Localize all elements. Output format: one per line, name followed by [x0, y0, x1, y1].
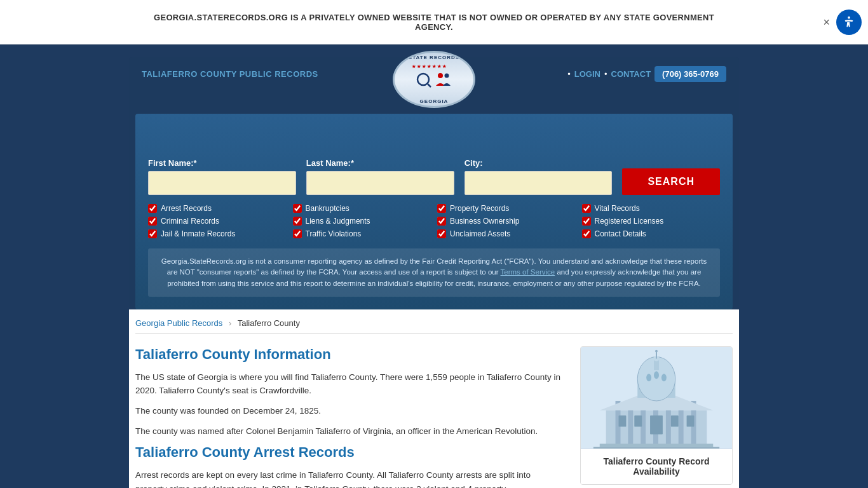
- section1-p2: The county was founded on December 24, 1…: [135, 404, 561, 418]
- checkbox-bankruptcies[interactable]: [293, 204, 302, 213]
- checkbox-item: Unclaimed Assets: [437, 229, 576, 238]
- checkbox-label: Traffic Violations: [306, 229, 362, 238]
- form-row: First Name:* Last Name:* City: SEARCH: [148, 158, 720, 195]
- breadcrumb-current: Taliaferro County: [238, 318, 300, 328]
- dot2: •: [604, 69, 607, 79]
- svg-line-3: [428, 84, 431, 87]
- first-name-input[interactable]: [148, 171, 296, 195]
- city-group: City:: [465, 158, 613, 195]
- login-link[interactable]: LOGIN: [574, 69, 600, 79]
- svg-rect-16: [600, 444, 714, 447]
- checkbox-registered-licenses[interactable]: [582, 217, 591, 226]
- svg-point-26: [655, 349, 658, 352]
- two-col-layout: Taliaferro County Information The US sta…: [135, 346, 733, 488]
- content-area: Georgia Public Records › Taliaferro Coun…: [129, 309, 739, 488]
- sidebar-record-card: Taliaferro County Record Availability: [580, 346, 733, 485]
- capitol-building-svg: [581, 347, 732, 449]
- svg-rect-30: [671, 416, 679, 427]
- sidebar-card-image: [581, 347, 732, 449]
- checkbox-item: Contact Details: [582, 229, 721, 238]
- section1-p3: The county was named after Colonel Benja…: [135, 424, 561, 438]
- svg-point-0: [848, 16, 850, 18]
- checkbox-item: Registered Licenses: [582, 217, 721, 226]
- accessibility-icon: [842, 15, 856, 29]
- checkboxes-grid: Arrest RecordsBankruptciesProperty Recor…: [148, 204, 720, 238]
- last-name-group: Last Name:*: [306, 158, 454, 195]
- phone-button[interactable]: (706) 365-0769: [654, 66, 726, 82]
- tos-link[interactable]: Terms of Service: [501, 268, 555, 276]
- logo-bottom-text: GEORGIA: [420, 98, 449, 104]
- search-button[interactable]: SEARCH: [622, 168, 720, 195]
- sidebar-card-title: Taliaferro County Record Availability: [581, 449, 732, 484]
- logo-svg: ★ ★ ★ ★ ★ ★ ★: [405, 62, 463, 93]
- svg-point-21: [654, 371, 659, 379]
- svg-point-4: [438, 73, 443, 78]
- checkbox-arrest-records[interactable]: [148, 204, 157, 213]
- svg-rect-28: [634, 416, 642, 427]
- breadcrumb: Georgia Public Records › Taliaferro Coun…: [135, 309, 733, 334]
- last-name-label: Last Name:*: [306, 158, 454, 168]
- checkbox-item: Bankruptcies: [293, 204, 431, 213]
- banner-text: GEORGIA.STATERECORDS.ORG IS A PRIVATELY …: [148, 13, 720, 32]
- logo-container: STATE RECORDS ★ ★ ★ ★ ★ ★ ★: [393, 51, 475, 108]
- sidebar-column: Taliaferro County Record Availability: [580, 346, 733, 488]
- checkbox-item: Arrest Records: [148, 204, 287, 213]
- main-column: Taliaferro County Information The US sta…: [135, 346, 561, 488]
- checkbox-business-ownership[interactable]: [437, 217, 446, 226]
- checkbox-liens-&-judgments[interactable]: [293, 217, 302, 226]
- section1-p1: The US state of Georgia is where you wil…: [135, 370, 561, 398]
- last-name-input[interactable]: [306, 171, 454, 195]
- logo-icons: ★ ★ ★ ★ ★ ★ ★: [405, 62, 463, 97]
- first-name-label: First Name:*: [148, 158, 296, 168]
- checkbox-label: Contact Details: [595, 229, 646, 238]
- checkbox-label: Arrest Records: [161, 204, 212, 213]
- checkbox-criminal-records[interactable]: [148, 217, 157, 226]
- checkbox-item: Property Records: [437, 204, 576, 213]
- checkbox-label: Business Ownership: [450, 217, 519, 226]
- checkbox-traffic-violations[interactable]: [293, 229, 302, 238]
- checkbox-label: Vital Records: [595, 204, 640, 213]
- logo-top-text: STATE RECORDS: [409, 55, 459, 60]
- close-banner-button[interactable]: ×: [823, 15, 830, 29]
- contact-link[interactable]: CONTACT: [611, 69, 651, 79]
- disclaimer: Georgia.StateRecords.org is not a consum…: [148, 248, 720, 297]
- search-card: TALIAFERRO COUNTY PUBLIC RECORDS • LOGIN…: [129, 57, 739, 309]
- checkbox-unclaimed-assets[interactable]: [437, 229, 446, 238]
- checkbox-jail-&-inmate-records[interactable]: [148, 229, 157, 238]
- checkbox-label: Criminal Records: [161, 217, 219, 226]
- checkbox-label: Property Records: [450, 204, 509, 213]
- checkbox-item: Business Ownership: [437, 217, 576, 226]
- search-form-area: First Name:* Last Name:* City: SEARCH Ar…: [135, 114, 733, 309]
- city-label: City:: [465, 158, 613, 168]
- checkbox-label: Liens & Judgments: [306, 217, 370, 226]
- svg-point-22: [661, 374, 667, 381]
- dot1: •: [567, 69, 571, 79]
- first-name-group: First Name:*: [148, 158, 296, 195]
- site-logo: STATE RECORDS ★ ★ ★ ★ ★ ★ ★: [393, 51, 475, 108]
- svg-rect-17: [593, 447, 719, 449]
- site-title: TALIAFERRO COUNTY PUBLIC RECORDS: [142, 69, 318, 79]
- header-nav: • LOGIN • CONTACT (706) 365-0769: [567, 66, 726, 82]
- main-wrapper: TALIAFERRO COUNTY PUBLIC RECORDS • LOGIN…: [0, 44, 868, 488]
- checkbox-property-records[interactable]: [437, 204, 446, 213]
- checkbox-label: Registered Licenses: [595, 217, 664, 226]
- checkbox-label: Bankruptcies: [306, 204, 349, 213]
- svg-rect-29: [650, 416, 663, 435]
- section2-p1: Arrest records are kept on every last cr…: [135, 468, 561, 488]
- checkbox-item: Vital Records: [582, 204, 721, 213]
- city-input[interactable]: [465, 171, 613, 195]
- checkbox-item: Liens & Judgments: [293, 217, 431, 226]
- checkbox-item: Jail & Inmate Records: [148, 229, 287, 238]
- checkbox-item: Criminal Records: [148, 217, 287, 226]
- checkbox-label: Unclaimed Assets: [450, 229, 510, 238]
- svg-text:★ ★ ★ ★ ★ ★ ★: ★ ★ ★ ★ ★ ★ ★: [412, 64, 447, 69]
- breadcrumb-parent-link[interactable]: Georgia Public Records: [135, 318, 222, 328]
- checkbox-label: Jail & Inmate Records: [161, 229, 235, 238]
- section2-title: Taliaferro County Arrest Records: [135, 444, 561, 461]
- top-banner: GEORGIA.STATERECORDS.ORG IS A PRIVATELY …: [0, 0, 868, 44]
- breadcrumb-separator: ›: [229, 318, 231, 328]
- svg-rect-31: [687, 416, 695, 427]
- checkbox-contact-details[interactable]: [582, 229, 591, 238]
- accessibility-button[interactable]: [836, 10, 862, 35]
- checkbox-vital-records[interactable]: [582, 204, 591, 213]
